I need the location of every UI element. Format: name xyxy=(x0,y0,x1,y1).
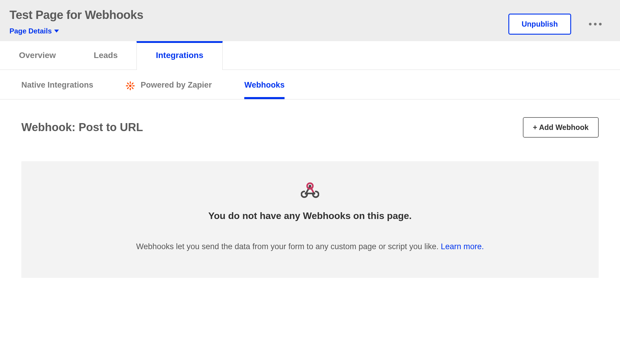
svg-rect-6 xyxy=(127,87,129,89)
ellipsis-icon xyxy=(589,23,592,25)
ellipsis-icon xyxy=(599,23,602,25)
tab-integrations[interactable]: Integrations xyxy=(136,41,222,70)
svg-point-0 xyxy=(129,85,131,87)
webhook-icon xyxy=(301,182,319,199)
subtab-native-integrations[interactable]: Native Integrations xyxy=(21,80,93,99)
more-options-button[interactable] xyxy=(586,20,605,28)
empty-state-heading: You do not have any Webhooks on this pag… xyxy=(33,210,587,221)
subtab-webhooks[interactable]: Webhooks xyxy=(244,80,285,99)
svg-point-11 xyxy=(313,192,315,195)
empty-state-description: Webhooks let you send the data from your… xyxy=(33,242,587,251)
page-title: Test Page for Webhooks xyxy=(9,8,143,22)
svg-rect-8 xyxy=(131,87,134,89)
svg-point-10 xyxy=(305,192,307,195)
empty-description-text: Webhooks let you send the data from your… xyxy=(136,242,441,251)
secondary-tabs: Native Integrations Powered by Zapier We… xyxy=(0,70,620,99)
zapier-icon xyxy=(126,81,135,90)
header-right: Unpublish xyxy=(508,8,611,35)
subtab-label: Powered by Zapier xyxy=(141,80,212,90)
svg-rect-3 xyxy=(126,85,128,86)
svg-rect-1 xyxy=(130,81,131,84)
header-left: Test Page for Webhooks Page Details xyxy=(9,8,143,35)
svg-point-9 xyxy=(309,185,311,187)
primary-tabs: Overview Leads Integrations xyxy=(0,41,620,70)
add-webhook-button[interactable]: + Add Webhook xyxy=(523,117,599,138)
unpublish-button[interactable]: Unpublish xyxy=(508,14,571,35)
page-details-label: Page Details xyxy=(9,27,52,35)
section-title: Webhook: Post to URL xyxy=(21,121,143,134)
page-details-dropdown[interactable]: Page Details xyxy=(9,27,143,35)
content-area: Webhook: Post to URL + Add Webhook You d… xyxy=(0,99,620,296)
page-header: Test Page for Webhooks Page Details Unpu… xyxy=(0,0,620,41)
learn-more-link[interactable]: Learn more. xyxy=(441,242,484,251)
subtab-powered-by-zapier[interactable]: Powered by Zapier xyxy=(126,80,212,99)
empty-state-panel: You do not have any Webhooks on this pag… xyxy=(21,161,599,278)
caret-down-icon xyxy=(54,30,59,33)
svg-rect-5 xyxy=(131,82,134,85)
ellipsis-icon xyxy=(594,23,597,25)
tab-overview[interactable]: Overview xyxy=(0,41,75,70)
content-header: Webhook: Post to URL + Add Webhook xyxy=(21,117,599,138)
svg-rect-2 xyxy=(130,88,131,90)
tab-leads[interactable]: Leads xyxy=(75,41,137,70)
svg-rect-7 xyxy=(127,82,129,85)
svg-rect-4 xyxy=(132,85,135,86)
